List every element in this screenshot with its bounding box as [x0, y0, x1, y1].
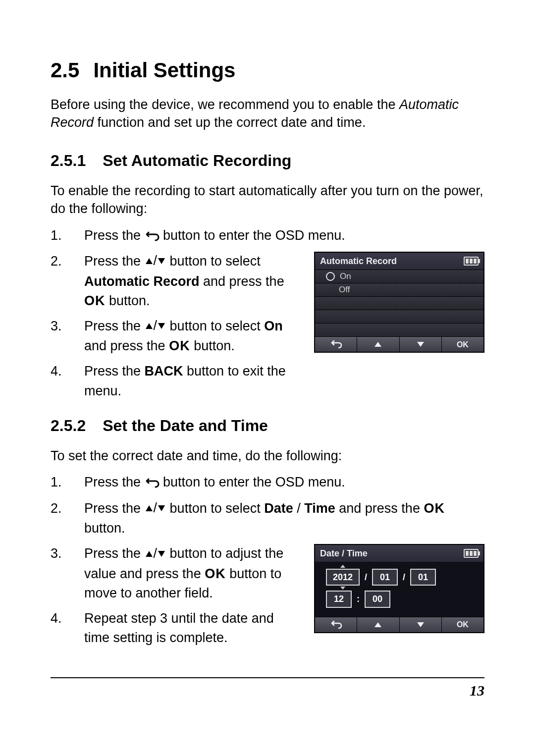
osd-back-button: [315, 617, 357, 632]
step-number: 4.: [51, 362, 84, 381]
osd-option-on: On: [315, 270, 483, 283]
osd-screenshot-automatic-record: Automatic Record On Off: [314, 252, 484, 353]
svg-marker-7: [158, 505, 165, 511]
step-number: 2.: [51, 499, 84, 518]
osd-option-off: Off: [315, 283, 483, 296]
return-icon: [145, 225, 160, 245]
osd-down-button: [400, 617, 442, 632]
osd-ok-button: OK: [442, 617, 483, 632]
section-title-text: Initial Settings: [93, 58, 235, 82]
svg-marker-11: [158, 551, 165, 557]
subsection-title-text: Set the Date and Time: [103, 417, 268, 434]
osd-panel: Date / Time 2012 / 01 / 01 12: [314, 544, 484, 633]
svg-marker-4: [146, 323, 153, 329]
section-heading: 2.5Initial Settings: [51, 58, 484, 82]
step: 1. Press the button to enter the OSD men…: [51, 226, 484, 246]
up-down-icon: /: [145, 544, 166, 563]
svg-marker-2: [146, 258, 153, 264]
intro-paragraph: Before using the device, we recommend yo…: [51, 96, 484, 132]
section-number: 2.5: [51, 58, 79, 82]
step-number: 4.: [51, 609, 84, 628]
svg-marker-9: [417, 622, 424, 627]
step: 1. Press the button to enter the OSD men…: [51, 473, 484, 492]
time-row: 12 : 00: [324, 591, 475, 607]
osd-screenshot-date-time: Date / Time 2012 / 01 / 01 12: [314, 544, 484, 633]
step-text: Press the BACK button to exit the menu.: [84, 362, 292, 400]
osd-title: Automatic Record: [320, 255, 397, 268]
subsection-number: 2.5.1: [51, 152, 86, 170]
step: 4. Press the BACK button to exit the men…: [51, 362, 484, 400]
svg-marker-8: [374, 622, 381, 627]
step: 3. Press the / button to select On and p…: [51, 317, 304, 356]
ok-label: OK: [424, 501, 445, 516]
subsection-heading: 2.5.1Set Automatic Recording: [51, 152, 484, 170]
step-text: Press the / button to select Automatic R…: [84, 252, 292, 311]
osd-footer: OK: [315, 617, 483, 632]
osd-footer: OK: [315, 336, 483, 352]
subsection-number: 2.5.2: [51, 417, 86, 435]
osd-title: Date / Time: [320, 547, 368, 560]
ordered-steps: 1. Press the button to enter the OSD men…: [51, 473, 484, 653]
step-number: 1.: [51, 226, 84, 245]
page-number: 13: [51, 682, 484, 699]
lead-paragraph: To set the correct date and time, do the…: [51, 447, 484, 465]
separator: /: [365, 571, 367, 584]
ok-label: OK: [205, 566, 226, 581]
manual-page: 2.5Initial Settings Before using the dev…: [0, 0, 535, 756]
osd-panel: Automatic Record On Off: [314, 252, 484, 353]
separator: :: [357, 593, 360, 605]
battery-icon: [464, 549, 479, 558]
ordered-steps: 1. Press the button to enter the OSD men…: [51, 226, 484, 407]
step-text: Press the / button to select Date / Time…: [84, 499, 484, 539]
osd-ok-button: OK: [442, 337, 483, 352]
svg-marker-3: [158, 258, 165, 264]
minute-field: 00: [365, 591, 390, 607]
svg-marker-0: [374, 342, 381, 347]
day-field: 01: [410, 569, 436, 586]
subsection-heading: 2.5.2Set the Date and Time: [51, 417, 484, 435]
battery-icon: [464, 257, 479, 266]
osd-titlebar: Automatic Record: [315, 253, 483, 270]
osd-titlebar: Date / Time: [315, 545, 483, 562]
separator: /: [403, 571, 405, 584]
osd-empty-row: [315, 310, 483, 323]
step-number: 2.: [51, 252, 84, 271]
return-icon: [145, 473, 160, 492]
step: 3. Press the / button to adjust the valu…: [51, 544, 304, 603]
step-number: 3.: [51, 317, 84, 336]
subsection-title-text: Set Automatic Recording: [103, 152, 291, 169]
osd-option-label: Off: [339, 284, 350, 296]
up-down-icon: /: [145, 251, 166, 270]
osd-back-button: [315, 337, 357, 352]
step: 2. Press the / button to select Automati…: [51, 252, 304, 311]
step-text: Press the button to enter the OSD menu.: [84, 473, 484, 492]
up-down-icon: /: [145, 498, 166, 518]
step-text: Press the / button to select On and pres…: [84, 317, 292, 356]
lead-paragraph: To enable the recording to start automat…: [51, 182, 484, 218]
year-field: 2012: [326, 569, 360, 586]
osd-empty-row: [315, 323, 483, 336]
footer-rule: [51, 677, 484, 678]
month-field: 01: [372, 569, 398, 586]
radio-icon: [326, 272, 335, 281]
svg-marker-1: [417, 342, 424, 347]
step: 4. Repeat step 3 until the date and time…: [51, 609, 304, 648]
osd-down-button: [400, 337, 442, 352]
osd-option-label: On: [340, 270, 351, 283]
step-number: 1.: [51, 473, 84, 492]
svg-marker-5: [158, 323, 165, 329]
step-text: Repeat step 3 until the date and time se…: [84, 609, 302, 648]
step-number: 3.: [51, 544, 84, 563]
ok-label: OK: [84, 293, 106, 308]
step-text: Press the / button to adjust the value a…: [84, 544, 302, 603]
step: 2. Press the / button to select Date / T…: [51, 499, 484, 539]
step-text: Press the button to enter the OSD menu.: [84, 226, 484, 246]
date-row: 2012 / 01 / 01: [324, 569, 475, 586]
osd-up-button: [357, 337, 399, 352]
osd-up-button: [357, 617, 399, 632]
svg-marker-6: [146, 505, 153, 511]
osd-empty-row: [315, 296, 483, 310]
up-down-icon: /: [145, 316, 166, 335]
svg-marker-10: [146, 551, 153, 557]
ok-label: OK: [169, 338, 190, 353]
